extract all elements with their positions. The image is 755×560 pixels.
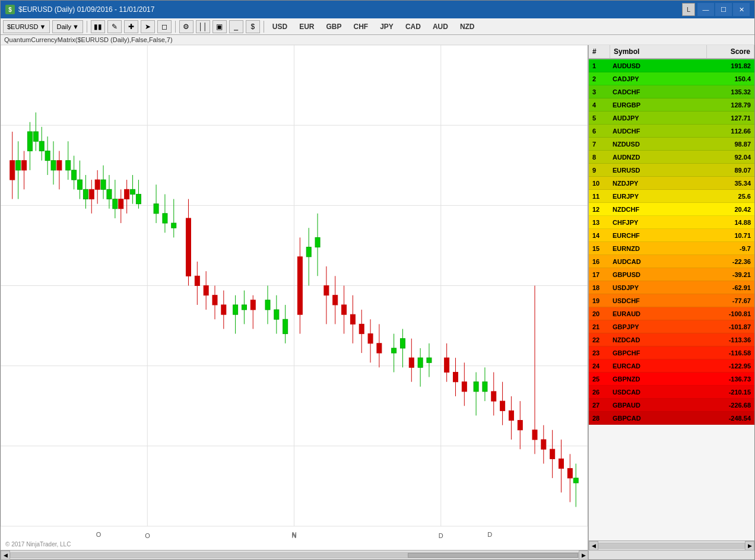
row-score: 20.42 <box>707 206 754 213</box>
score-row[interactable]: 15 EURNZD -9.7 <box>589 242 754 255</box>
row-symbol: EURAUD <box>610 310 707 317</box>
row-symbol: EURCHF <box>610 232 707 239</box>
currency-aud[interactable]: AUD <box>428 20 453 33</box>
score-row[interactable]: 13 CHFJPY 14.88 <box>589 216 754 229</box>
score-row[interactable]: 22 NZDCAD -113.36 <box>589 333 754 346</box>
scroll-track[interactable] <box>598 543 745 549</box>
score-row[interactable]: 19 USDCHF -77.67 <box>589 294 754 307</box>
header-symbol: Symbol <box>610 45 707 58</box>
score-row[interactable]: 5 AUDJPY 127.71 <box>589 112 754 125</box>
row-symbol: NZDUSD <box>610 141 707 148</box>
chart-area: O N D © 2017 NinjaTrader, LLC <box>1 45 588 550</box>
row-score: -226.68 <box>707 402 754 409</box>
score-row[interactable]: 26 USDCAD -210.15 <box>589 386 754 399</box>
row-symbol: EURJPY <box>610 193 707 200</box>
window-controls: — ☐ ✕ <box>697 3 750 16</box>
properties-btn[interactable]: ⚙ <box>179 20 193 33</box>
score-row[interactable]: 12 NZDCHF 20.42 <box>589 203 754 216</box>
row-score: 10.71 <box>707 232 754 239</box>
scoreboard-scrollbar[interactable]: ◀ ▶ <box>589 540 754 550</box>
title-bar: $ $EURUSD (Daily) 01/09/2016 - 11/01/201… <box>1 1 754 18</box>
score-row[interactable]: 3 CADCHF 135.32 <box>589 85 754 98</box>
chart-scroll-right[interactable]: ▶ <box>579 551 588 560</box>
score-row[interactable]: 24 EURCAD -122.95 <box>589 359 754 373</box>
score-row[interactable]: 18 USDJPY -62.91 <box>589 281 754 294</box>
copyright-text: © 2017 NinjaTrader, LLC <box>5 541 71 548</box>
score-row[interactable]: 6 AUDCHF 112.66 <box>589 125 754 138</box>
row-rank: 4 <box>589 101 610 109</box>
row-rank: 10 <box>589 180 610 187</box>
currency-nzd[interactable]: NZD <box>455 20 480 33</box>
chart-scroll-thumb[interactable] <box>408 553 578 558</box>
score-row[interactable]: 9 EURUSD 89.07 <box>589 164 754 177</box>
bar-btn[interactable]: ││ <box>196 20 210 33</box>
row-symbol: EURCAD <box>610 362 707 370</box>
maximize-button[interactable]: ☐ <box>715 3 732 16</box>
row-rank: 21 <box>589 323 610 330</box>
line-btn[interactable]: ⎯ <box>229 20 243 33</box>
currency-jpy[interactable]: JPY <box>375 20 398 33</box>
candlestick-chart <box>1 45 588 550</box>
score-row[interactable]: 1 AUDUSD 191.82 <box>589 59 754 72</box>
separator-2 <box>175 21 176 33</box>
row-symbol: EURUSD <box>610 167 707 174</box>
row-score: -9.7 <box>707 245 754 252</box>
indicator-btn[interactable]: $ <box>246 20 260 33</box>
candle-btn[interactable]: ▣ <box>212 20 227 33</box>
row-score: 25.6 <box>707 193 754 200</box>
row-symbol: EURNZD <box>610 245 707 252</box>
currency-cad[interactable]: CAD <box>401 20 426 33</box>
select-btn[interactable]: ◻ <box>157 20 172 33</box>
score-row[interactable]: 8 AUDNZD 92.04 <box>589 151 754 164</box>
score-row[interactable]: 25 GBPNZD -136.73 <box>589 373 754 386</box>
score-row[interactable]: 7 NZDUSD 98.87 <box>589 138 754 151</box>
row-rank: 19 <box>589 297 610 304</box>
currency-gbp[interactable]: GBP <box>322 20 347 33</box>
score-row[interactable]: 4 EURGBP 128.79 <box>589 98 754 112</box>
chart-type-btn[interactable]: ▮▮ <box>91 20 105 33</box>
row-symbol: USDCAD <box>610 389 707 396</box>
chart-scroll-track[interactable] <box>10 552 579 558</box>
score-row[interactable]: 16 AUDCAD -22.36 <box>589 255 754 268</box>
currency-chf[interactable]: CHF <box>349 20 373 33</box>
draw-btn[interactable]: ✎ <box>107 20 122 33</box>
score-row[interactable]: 21 GBPJPY -101.87 <box>589 320 754 333</box>
score-row[interactable]: 28 GBPCAD -248.54 <box>589 412 754 425</box>
score-row[interactable]: 10 NZDJPY 35.34 <box>589 177 754 190</box>
main-content: O N D © 2017 NinjaTrader, LLC # Symbol S… <box>1 45 754 550</box>
score-row[interactable]: 27 GBPAUD -226.68 <box>589 399 754 412</box>
close-button[interactable]: ✕ <box>733 3 750 16</box>
row-symbol: AUDCHF <box>610 128 707 135</box>
minimize-button[interactable]: — <box>697 3 714 16</box>
row-rank: 20 <box>589 310 610 317</box>
scroll-left-btn[interactable]: ◀ <box>589 541 598 551</box>
row-rank: 22 <box>589 336 610 343</box>
row-rank: 23 <box>589 349 610 357</box>
score-row[interactable]: 17 GBPUSD -39.21 <box>589 268 754 281</box>
row-symbol: AUDJPY <box>610 114 707 122</box>
score-row[interactable]: 20 EURAUD -100.81 <box>589 307 754 320</box>
row-symbol: NZDCAD <box>610 336 707 343</box>
currency-eur[interactable]: EUR <box>294 20 319 33</box>
timeframe-dropdown[interactable]: Daily ▼ <box>52 20 83 33</box>
crosshair-btn[interactable]: ✚ <box>124 20 138 33</box>
pointer-btn[interactable]: ➤ <box>141 20 155 33</box>
symbol-dropdown[interactable]: $EURUSD ▼ <box>3 20 50 33</box>
score-row[interactable]: 14 EURCHF 10.71 <box>589 229 754 242</box>
row-rank: 9 <box>589 167 610 174</box>
row-symbol: GBPNZD <box>610 376 707 383</box>
row-score: 191.82 <box>707 62 754 69</box>
score-row[interactable]: 23 GBPCHF -116.58 <box>589 346 754 359</box>
score-row[interactable]: 2 CADJPY 150.4 <box>589 72 754 85</box>
chart-scroll-left[interactable]: ◀ <box>1 551 10 560</box>
row-score: 89.07 <box>707 167 754 174</box>
header-rank: # <box>589 45 610 58</box>
row-symbol: GBPAUD <box>610 402 707 409</box>
score-row[interactable]: 11 EURJPY 25.6 <box>589 190 754 203</box>
row-score: 35.34 <box>707 180 754 187</box>
scroll-right-btn[interactable]: ▶ <box>745 541 754 551</box>
row-symbol: GBPJPY <box>610 323 707 330</box>
row-symbol: GBPCHF <box>610 349 707 357</box>
currency-usd[interactable]: USD <box>268 20 292 33</box>
chart-horizontal-scrollbar[interactable]: ◀ ▶ <box>1 550 588 559</box>
